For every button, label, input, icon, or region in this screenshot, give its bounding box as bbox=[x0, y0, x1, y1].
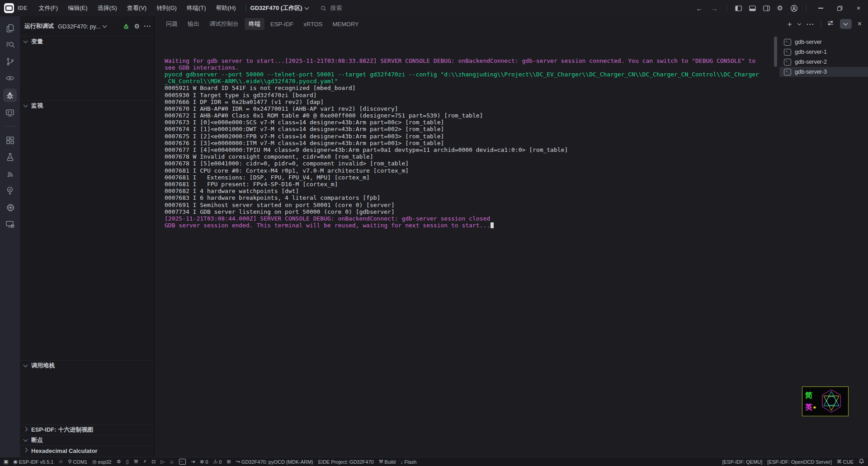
ide-window: IDE 文件(F)编辑(E)选择(S)查看(V)转到(G)终端(T)帮助(H) … bbox=[0, 0, 868, 466]
layout-sidebar-left-icon[interactable] bbox=[731, 5, 745, 11]
terminal-settings-icon[interactable] bbox=[827, 19, 834, 28]
menu-item[interactable]: 选择(S) bbox=[92, 2, 122, 14]
menu-item[interactable]: 文件(F) bbox=[34, 2, 63, 14]
status-item[interactable]: >_ bbox=[179, 459, 186, 465]
device-monitor-icon[interactable] bbox=[3, 217, 17, 230]
restore-button[interactable] bbox=[830, 0, 849, 16]
layout-panel-icon[interactable] bbox=[745, 5, 760, 11]
status-item[interactable]: ⇥ bbox=[191, 459, 195, 465]
layout-sidebar-right-icon[interactable] bbox=[760, 5, 774, 11]
section-call-stack[interactable]: 调用堆栈 bbox=[20, 360, 154, 371]
espressif-icon[interactable] bbox=[3, 167, 17, 180]
status-item[interactable]: ⊞ bbox=[226, 459, 231, 465]
global-search[interactable]: 搜索 bbox=[320, 4, 342, 12]
panel-tab[interactable]: 问题 bbox=[162, 18, 182, 30]
chip-icon[interactable] bbox=[3, 201, 17, 213]
terminal-scrollbar[interactable] bbox=[774, 37, 777, 67]
status-item[interactable]: EIDE Project: GD32F470 bbox=[318, 459, 374, 465]
menu-item[interactable]: 终端(T) bbox=[182, 2, 211, 14]
status-item[interactable]: ◎ esp32 bbox=[92, 459, 112, 465]
close-panel-icon[interactable]: × bbox=[858, 20, 862, 28]
section-watch[interactable]: 监视 bbox=[20, 100, 154, 111]
tree-check-icon[interactable] bbox=[3, 184, 17, 197]
minimize-button[interactable] bbox=[811, 0, 830, 16]
search-placeholder: 搜索 bbox=[330, 4, 342, 12]
close-button[interactable]: × bbox=[849, 0, 868, 16]
panel-tab[interactable]: MEMORY bbox=[328, 19, 363, 29]
notifications-bell-icon[interactable] bbox=[859, 458, 864, 465]
bottom-panel: 问题输出调试控制台终端ESP-IDFxRTOSMEMORY + ··· × Wa… bbox=[154, 16, 868, 457]
source-control-icon[interactable] bbox=[3, 55, 17, 68]
section-variables[interactable]: 变量 bbox=[20, 36, 154, 47]
run-debug-icon[interactable] bbox=[3, 89, 17, 102]
status-item[interactable]: ⚠ 0 bbox=[213, 459, 222, 465]
status-item[interactable]: ⚒ bbox=[134, 459, 138, 465]
start-debug-bug-icon[interactable] bbox=[123, 23, 130, 30]
eye-icon[interactable] bbox=[3, 72, 17, 85]
status-item[interactable]: ⊡ bbox=[151, 459, 156, 465]
terminal-list-item[interactable]: >_ gdb-server-1 bbox=[779, 47, 868, 57]
search-icon bbox=[320, 5, 327, 12]
status-bar-right: [ESP-IDF: QEMU] [ESP-IDF: OpenOCD Server… bbox=[722, 458, 864, 465]
terminal-line: Waiting for gdb server to start...[2025-… bbox=[165, 57, 772, 64]
more-actions-icon[interactable]: ··· bbox=[144, 23, 151, 30]
terminal-list-item[interactable]: >_ gdb-server-3 bbox=[779, 67, 868, 77]
section-espidf-hex-view[interactable]: ESP-IDF: 十六进制视图 bbox=[20, 424, 154, 435]
status-item[interactable]: [ESP-IDF: QEMU] bbox=[722, 459, 763, 465]
workspace-selector[interactable]: GD32F470 (工作区) bbox=[250, 4, 309, 12]
extensions-icon[interactable] bbox=[3, 134, 17, 146]
settings-gear-icon[interactable]: ⚙ bbox=[774, 4, 787, 12]
terminal-line: see GDB interactions. bbox=[165, 64, 772, 71]
status-item[interactable]: ⌘ CUE bbox=[837, 459, 854, 465]
panel-tab[interactable]: 终端 bbox=[245, 18, 264, 30]
new-terminal-icon[interactable]: + bbox=[788, 20, 792, 28]
search-icon[interactable] bbox=[3, 38, 17, 51]
terminal-line: 0007681 I Extensions: [DSP, FPU, FPU_V4,… bbox=[165, 174, 772, 181]
hide-panel-chevron-button[interactable] bbox=[840, 19, 852, 29]
panel-tab[interactable]: 输出 bbox=[184, 18, 203, 30]
new-terminal-dropdown-chevron-icon[interactable] bbox=[797, 21, 801, 25]
status-item[interactable]: ⊗ 0 bbox=[200, 459, 208, 465]
menu-item[interactable]: 转到(G) bbox=[151, 2, 182, 14]
status-item[interactable]: ⚙ bbox=[117, 459, 121, 465]
panel-tab[interactable]: xRTOS bbox=[299, 19, 326, 29]
debug-config-dropdown[interactable]: GD32F470: py... bbox=[58, 23, 106, 30]
test-flask-icon[interactable] bbox=[3, 151, 17, 163]
terminal-list-item[interactable]: >_ gdb-server-2 bbox=[779, 57, 868, 67]
status-item[interactable]: ◉ ESP-IDF v5.5.1 bbox=[13, 459, 53, 465]
terminal-line: 0007683 I 6 hardware breakpoints, 4 lite… bbox=[165, 194, 772, 201]
status-item[interactable]: ☆ bbox=[58, 459, 63, 465]
section-breakpoints[interactable]: 断点 bbox=[20, 435, 154, 445]
account-icon[interactable] bbox=[787, 5, 802, 12]
forward-arrow-icon[interactable]: → bbox=[707, 5, 722, 12]
more-actions-icon[interactable]: ··· bbox=[807, 20, 815, 28]
star-icon: ☆ bbox=[58, 459, 63, 465]
terminal-list-item[interactable]: >_ gdb-server bbox=[779, 37, 868, 47]
remote-window-icon: ▣ bbox=[4, 459, 8, 465]
status-item[interactable]: ↪ GD32F470: pyOCD (MDK-ARM) bbox=[236, 459, 313, 465]
terminal-line: 0007677 I [4]<e0040000:TPIU M4 class=9 d… bbox=[165, 146, 772, 153]
menu-item[interactable]: 查看(V) bbox=[122, 2, 151, 14]
status-item[interactable]: ▷ bbox=[161, 459, 165, 465]
panel-header: 问题输出调试控制台终端ESP-IDFxRTOSMEMORY + ··· × bbox=[155, 16, 868, 32]
debug-settings-gear-icon[interactable]: ⚙ bbox=[134, 23, 140, 30]
status-item[interactable]: ⚲ COM1 bbox=[68, 459, 87, 465]
status-item[interactable]: ▯ bbox=[126, 459, 129, 465]
panel-tab[interactable]: ESP-IDF bbox=[266, 19, 297, 29]
status-item[interactable]: ⚒ Build bbox=[379, 459, 396, 465]
status-item[interactable]: ▣ bbox=[4, 459, 8, 465]
errors-icon: ⊗ bbox=[200, 459, 204, 465]
back-arrow-icon[interactable]: ← bbox=[692, 5, 707, 12]
cue-icon: ⌘ bbox=[837, 459, 842, 465]
status-item[interactable]: [ESP-IDF: OpenOCD Server] bbox=[767, 459, 831, 465]
menu-item[interactable]: 帮助(H) bbox=[211, 2, 241, 14]
section-hex-calculator[interactable]: Hexadecimal Calculator bbox=[20, 445, 154, 456]
status-item[interactable]: ↓ Flash bbox=[401, 459, 416, 465]
status-item[interactable]: ♨ bbox=[170, 459, 174, 465]
explorer-icon[interactable] bbox=[3, 22, 17, 34]
terminal-output[interactable]: Waiting for gdb server to start...[2025-… bbox=[165, 37, 772, 229]
panel-tab[interactable]: 调试控制台 bbox=[205, 18, 243, 30]
status-item[interactable]: ⚡ bbox=[143, 459, 147, 465]
remote-code-icon[interactable] bbox=[3, 106, 17, 119]
menu-item[interactable]: 编辑(E) bbox=[63, 2, 92, 14]
